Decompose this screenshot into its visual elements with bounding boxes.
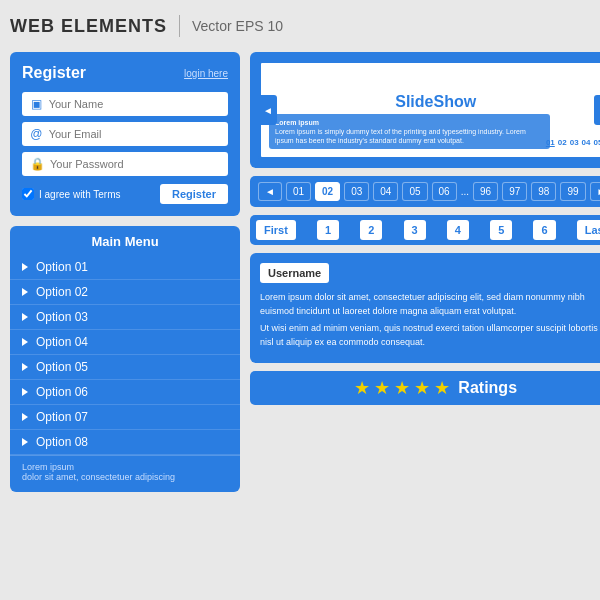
menu-title: Main Menu	[10, 234, 240, 249]
star-1[interactable]: ★	[354, 377, 370, 399]
dot-5[interactable]: 05	[594, 138, 601, 147]
star-rating[interactable]: ★ ★ ★ ★ ★	[354, 377, 450, 399]
page-btn-02[interactable]: 02	[315, 182, 340, 201]
page-btn-03[interactable]: 03	[344, 182, 369, 201]
password-input-group: 🔒	[22, 152, 228, 176]
slideshow: ◄ SlideShow Lorem ipsum Lorem ipsum is s…	[258, 60, 600, 160]
agree-label[interactable]: I agree with Terms	[22, 188, 121, 200]
pagination-prev-button[interactable]: ◄	[258, 182, 282, 201]
menu-item-2[interactable]: Option 02	[10, 280, 240, 305]
arrow-icon-6	[22, 388, 28, 396]
email-input[interactable]	[49, 128, 220, 140]
page-btn2-1[interactable]: 1	[317, 220, 339, 240]
page-btn-06[interactable]: 06	[432, 182, 457, 201]
user-card-para1: Lorem ipsum dolor sit amet, consectetuer…	[260, 291, 600, 318]
page-btn-98[interactable]: 98	[531, 182, 556, 201]
page-btn2-6[interactable]: 6	[533, 220, 555, 240]
main-menu: Main Menu Option 01 Option 02 Option 03 …	[10, 226, 240, 492]
pagination-last-button[interactable]: Last	[577, 220, 600, 240]
arrow-icon-5	[22, 363, 28, 371]
star-5[interactable]: ★	[434, 377, 450, 399]
ratings-label: Ratings	[458, 379, 517, 397]
dot-3[interactable]: 03	[570, 138, 579, 147]
pagination-bar-1: ◄ 01 02 03 04 05 06 ... 96 97 98 99 ►	[250, 176, 600, 207]
slideshow-container: ◄ SlideShow Lorem ipsum Lorem ipsum is s…	[250, 52, 600, 168]
star-3[interactable]: ★	[394, 377, 410, 399]
menu-item-1[interactable]: Option 01	[10, 255, 240, 280]
arrow-icon-7	[22, 413, 28, 421]
page-btn-97[interactable]: 97	[502, 182, 527, 201]
arrow-icon-2	[22, 288, 28, 296]
register-form: Register login here ▣ @ 🔒	[10, 52, 240, 216]
email-icon: @	[30, 127, 43, 141]
menu-item-7[interactable]: Option 07	[10, 405, 240, 430]
dot-1[interactable]: 01	[546, 138, 555, 147]
slideshow-title: SlideShow	[395, 93, 476, 111]
arrow-icon-3	[22, 313, 28, 321]
menu-item-3[interactable]: Option 03	[10, 305, 240, 330]
page-btn-05[interactable]: 05	[402, 182, 427, 201]
login-link[interactable]: login here	[184, 68, 228, 79]
arrow-icon-1	[22, 263, 28, 271]
register-button[interactable]: Register	[160, 184, 228, 204]
user-icon: ▣	[30, 97, 43, 111]
slideshow-dots: 01 02 03 04 05	[546, 138, 600, 147]
page-btn-99[interactable]: 99	[560, 182, 585, 201]
page-btn-04[interactable]: 04	[373, 182, 398, 201]
name-input[interactable]	[49, 98, 220, 110]
slideshow-prev-button[interactable]: ◄	[259, 95, 277, 125]
page-title: WEB ELEMENTS	[10, 16, 167, 37]
menu-item-4[interactable]: Option 04	[10, 330, 240, 355]
page-btn2-2[interactable]: 2	[360, 220, 382, 240]
agree-checkbox[interactable]	[22, 188, 34, 200]
dot-4[interactable]: 04	[582, 138, 591, 147]
menu-item-5[interactable]: Option 05	[10, 355, 240, 380]
page-btn-96[interactable]: 96	[473, 182, 498, 201]
ratings-bar: ★ ★ ★ ★ ★ Ratings	[250, 371, 600, 405]
pagination-first-button[interactable]: First	[256, 220, 296, 240]
pagination-next-button[interactable]: ►	[590, 182, 601, 201]
page-btn2-4[interactable]: 4	[447, 220, 469, 240]
dot-2[interactable]: 02	[558, 138, 567, 147]
page-btn-01[interactable]: 01	[286, 182, 311, 201]
slideshow-next-button[interactable]: ►	[594, 95, 600, 125]
email-input-group: @	[22, 122, 228, 146]
menu-footer: Lorem ipsum dolor sit amet, consectetuer…	[10, 455, 240, 484]
star-4[interactable]: ★	[414, 377, 430, 399]
pagination-bar-2: First 1 2 3 4 5 6 Last	[250, 215, 600, 245]
slideshow-text-overlay: Lorem ipsum Lorem ipsum is simply dummy …	[269, 114, 550, 149]
name-input-group: ▣	[22, 92, 228, 116]
lock-icon: 🔒	[30, 157, 44, 171]
header-divider	[179, 15, 180, 37]
user-card-para2: Ut wisi enim ad minim veniam, quis nostr…	[260, 322, 600, 349]
pagination-dots: ...	[461, 186, 469, 197]
user-card: Username Lorem ipsum dolor sit amet, con…	[250, 253, 600, 363]
register-title: Register	[22, 64, 86, 82]
page-btn2-3[interactable]: 3	[404, 220, 426, 240]
username-label: Username	[260, 263, 329, 283]
menu-item-8[interactable]: Option 08	[10, 430, 240, 455]
page-btn2-5[interactable]: 5	[490, 220, 512, 240]
arrow-icon-4	[22, 338, 28, 346]
star-2[interactable]: ★	[374, 377, 390, 399]
arrow-icon-8	[22, 438, 28, 446]
password-input[interactable]	[50, 158, 220, 170]
header-subtitle: Vector EPS 10	[192, 18, 283, 34]
menu-item-6[interactable]: Option 06	[10, 380, 240, 405]
